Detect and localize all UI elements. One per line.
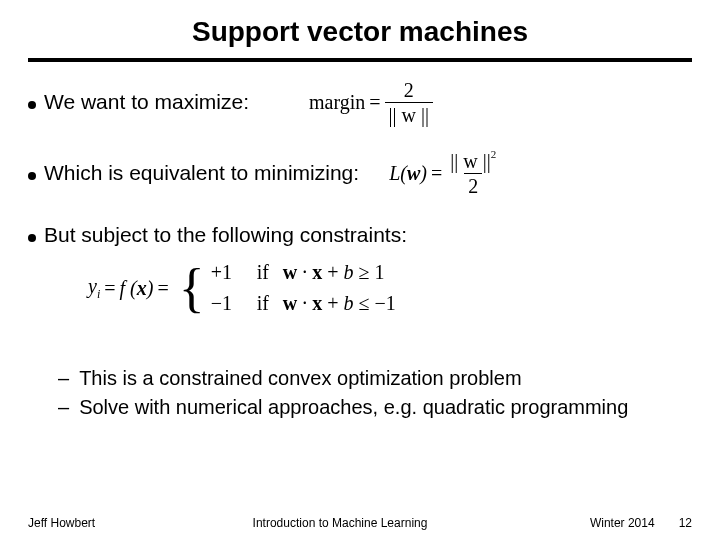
brace-icon: { (179, 267, 205, 310)
case-2-if: if (257, 291, 269, 316)
dash-icon: – (58, 366, 69, 391)
bullet-3: But subject to the following constraints… (28, 222, 692, 248)
title-rule (28, 58, 692, 62)
case-1-cond: w · x + b ≥ 1 (283, 260, 385, 285)
eq-L-lhs: L(w) (389, 161, 427, 186)
bullet-2: Which is equivalent to minimizing: (28, 160, 359, 186)
footer-author: Jeff Howbert (28, 516, 118, 530)
equation-piecewise-wrap: yi = f (x) = { +1 if w · x + b ≥ 1 −1 (88, 260, 692, 316)
eq-margin-num: 2 (400, 80, 418, 102)
piecewise-cases: +1 if w · x + b ≥ 1 −1 if w · x + b ≤ −1 (211, 260, 396, 316)
equation-margin: margin = 2 || w || (309, 80, 433, 125)
slide-body: We want to maximize: margin = 2 || w || … (28, 80, 692, 510)
bullet-1: We want to maximize: (28, 89, 249, 115)
slide-title: Support vector machines (28, 16, 692, 48)
slide-footer: Jeff Howbert Introduction to Machine Lea… (28, 510, 692, 530)
case-1: +1 if w · x + b ≥ 1 (211, 260, 396, 285)
case-2-val: −1 (211, 291, 243, 316)
sub-bullets: – This is a constrained convex optimizat… (58, 366, 692, 420)
slide: Support vector machines We want to maxim… (0, 0, 720, 540)
eq-loss-den: 2 (464, 173, 482, 196)
case-2: −1 if w · x + b ≤ −1 (211, 291, 396, 316)
piecewise-brace: { +1 if w · x + b ≥ 1 −1 if w · x + b ≤ … (179, 260, 396, 316)
eq-equals: = (369, 90, 380, 115)
footer-course: Introduction to Machine Learning (118, 516, 562, 530)
eq-fx: f (x) (120, 276, 154, 301)
eq-margin-den: || w || (385, 102, 433, 125)
bullet-row-1: We want to maximize: margin = 2 || w || (28, 80, 692, 125)
case-1-val: +1 (211, 260, 243, 285)
footer-page-number: 12 (679, 516, 692, 530)
bullet-dot-icon (28, 172, 36, 180)
eq-margin-frac: 2 || w || (385, 80, 433, 125)
eq-margin-lhs: margin (309, 90, 365, 115)
bullet-1-text: We want to maximize: (44, 89, 249, 115)
eq-loss-num: || w ||2 (446, 151, 500, 173)
sub-bullet-1-text: This is a constrained convex optimizatio… (79, 366, 521, 391)
sub-bullet-2-text: Solve with numerical approaches, e.g. qu… (79, 395, 628, 420)
case-1-if: if (257, 260, 269, 285)
sub-bullet-2: – Solve with numerical approaches, e.g. … (58, 395, 692, 420)
eq-equals-3: = (104, 276, 115, 301)
eq-equals-2: = (431, 161, 442, 186)
bullet-dot-icon (28, 101, 36, 109)
equation-piecewise: yi = f (x) = { +1 if w · x + b ≥ 1 −1 (88, 260, 396, 316)
bullet-dot-icon (28, 234, 36, 242)
dash-icon: – (58, 395, 69, 420)
bullet-row-2: Which is equivalent to minimizing: L(w) … (28, 151, 692, 196)
eq-equals-4: = (157, 276, 168, 301)
bullet-2-text: Which is equivalent to minimizing: (44, 160, 359, 186)
eq-loss-frac: || w ||2 2 (446, 151, 500, 196)
footer-term: Winter 2014 (590, 516, 655, 530)
bullet-3-text: But subject to the following constraints… (44, 222, 407, 248)
case-2-cond: w · x + b ≤ −1 (283, 291, 396, 316)
equation-loss: L(w) = || w ||2 2 (389, 151, 500, 196)
eq-yi: yi (88, 274, 100, 302)
sub-bullet-1: – This is a constrained convex optimizat… (58, 366, 692, 391)
